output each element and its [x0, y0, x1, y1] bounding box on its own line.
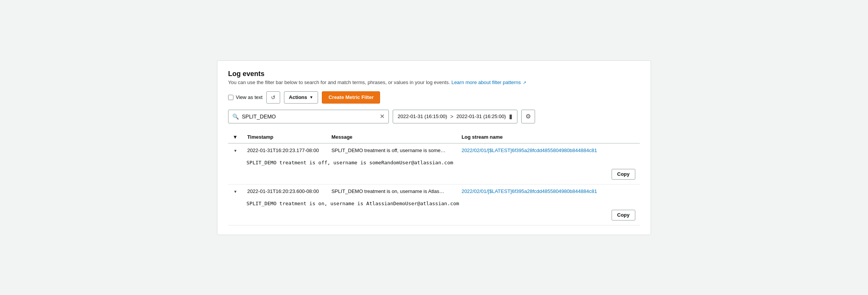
column-sort-icon: ▼ [233, 134, 238, 140]
expanded-detail-text: SPLIT_DEMO treatment is off, username is… [246, 160, 453, 165]
log-events-table: ▼ Timestamp Message Log stream name ▼ 20… [228, 131, 640, 225]
refresh-icon: ↺ [271, 94, 276, 100]
table-row: ▼ 2022-01-31T16:20:23.600-08:00 SPLIT_DE… [228, 184, 640, 198]
refresh-button[interactable]: ↺ [266, 91, 280, 104]
row-message: SPLIT_DEMO treatment is off, username is… [327, 143, 457, 157]
create-metric-filter-button[interactable]: Create Metric Filter [322, 91, 380, 104]
col-toggle: ▼ [228, 131, 243, 143]
log-events-panel: Log events You can use the filter bar be… [217, 60, 651, 235]
view-as-text-checkbox[interactable] [228, 95, 233, 100]
row-timestamp: 2022-01-31T16:20:23.600-08:00 [243, 184, 327, 198]
col-message: Message [327, 131, 457, 143]
search-icon: 🔍 [232, 113, 239, 120]
view-as-text-label[interactable]: View as text [228, 94, 263, 100]
col-timestamp: Timestamp [243, 131, 327, 143]
row-expand-button[interactable]: ▼ [233, 189, 238, 195]
table-row: ▼ 2022-01-31T16:20:23.177-08:00 SPLIT_DE… [228, 143, 640, 157]
row-logstream: 2022/02/01/[$LATEST]6f395a28fcdd48558049… [457, 143, 640, 157]
calendar-icon: ▮ [509, 113, 512, 120]
row-timestamp: 2022-01-31T16:20:23.177-08:00 [243, 143, 327, 157]
datetime-range-picker[interactable]: 2022-01-31 (16:15:00) > 2022-01-31 (16:2… [393, 110, 517, 123]
actions-button[interactable]: Actions ▼ [284, 91, 318, 104]
page-title: Log events [228, 70, 640, 78]
dropdown-arrow-icon: ▼ [310, 95, 313, 99]
external-link-icon: ↗ [523, 80, 526, 85]
row-expand-button[interactable]: ▼ [233, 148, 238, 154]
copy-row: Copy [228, 207, 640, 225]
table-header-row: ▼ Timestamp Message Log stream name [228, 131, 640, 143]
learn-more-link[interactable]: Learn more about filter patterns ↗ [451, 79, 526, 85]
log-stream-link[interactable]: 2022/02/01/[$LATEST]6f395a28fcdd48558049… [462, 188, 597, 194]
row-logstream: 2022/02/01/[$LATEST]6f395a28fcdd48558049… [457, 184, 640, 198]
copy-button[interactable]: Copy [612, 169, 636, 180]
clear-search-button[interactable]: ✕ [380, 113, 385, 120]
datetime-end: 2022-01-31 (16:25:00) [457, 113, 506, 119]
log-stream-link[interactable]: 2022/02/01/[$LATEST]6f395a28fcdd48558049… [462, 148, 597, 153]
expanded-detail-row: SPLIT_DEMO treatment is off, username is… [228, 157, 640, 167]
toolbar: View as text ↺ Actions ▼ Create Metric F… [228, 91, 640, 104]
datetime-start: 2022-01-31 (16:15:00) [398, 113, 447, 119]
copy-row: Copy [228, 167, 640, 185]
page-description: You can use the filter bar below to sear… [228, 79, 640, 85]
col-logstream: Log stream name [457, 131, 640, 143]
range-arrow-icon: > [450, 113, 453, 120]
search-input[interactable] [242, 113, 377, 120]
expanded-detail-text: SPLIT_DEMO treatment is on, username is … [246, 201, 459, 206]
settings-button[interactable]: ⚙ [521, 110, 535, 123]
row-message: SPLIT_DEMO treatment is on, username is … [327, 184, 457, 198]
copy-button[interactable]: Copy [612, 210, 636, 220]
expanded-detail-row: SPLIT_DEMO treatment is on, username is … [228, 198, 640, 207]
search-box: 🔍 ✕ [228, 110, 389, 123]
settings-icon: ⚙ [525, 113, 531, 120]
filter-row: 🔍 ✕ 2022-01-31 (16:15:00) > 2022-01-31 (… [228, 110, 640, 123]
